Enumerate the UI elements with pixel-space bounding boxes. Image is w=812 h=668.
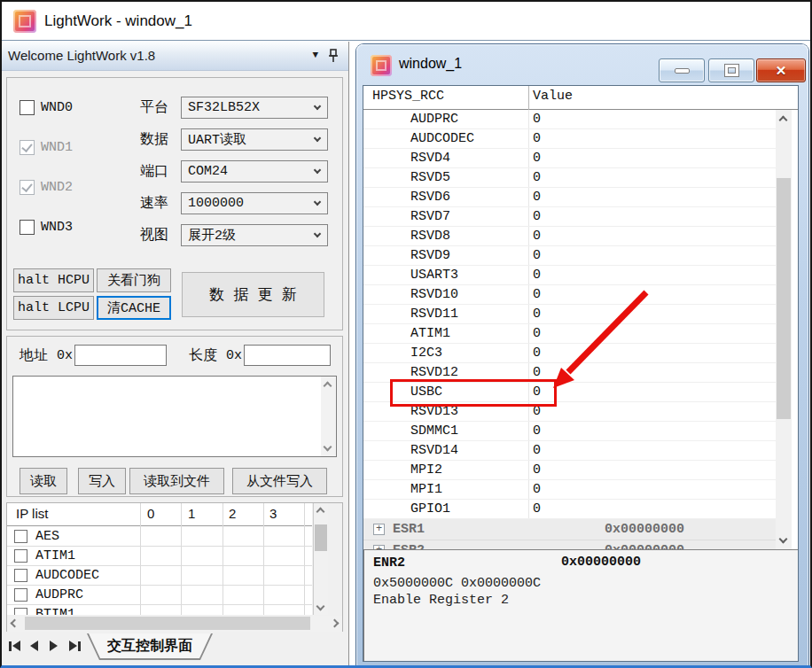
pin-icon[interactable] <box>327 48 340 64</box>
register-row[interactable]: RSVD6 0 <box>363 188 776 207</box>
register-row[interactable]: ATIM1 0 <box>363 324 776 344</box>
ip-column-header: 1 <box>181 506 222 521</box>
combo-select[interactable]: 展开2级 <box>181 224 328 246</box>
ip-vertical-scrollbar[interactable] <box>313 503 328 615</box>
ip-name: AUDCODEC <box>35 566 99 585</box>
scroll-up-icon[interactable] <box>316 508 325 517</box>
register-vertical-scrollbar[interactable] <box>776 110 792 549</box>
register-name: RSVD12 <box>410 363 458 382</box>
memory-buffer-textarea[interactable] <box>12 376 337 457</box>
ip-checkbox[interactable] <box>14 530 27 543</box>
app-chip-icon <box>13 10 36 33</box>
register-group-row[interactable]: + ESR1 0x00000000 <box>363 519 776 540</box>
window-titlebar[interactable]: window_1 ✕ <box>356 44 808 85</box>
textarea-scrollbar[interactable] <box>321 377 336 456</box>
form-label: 端口 <box>140 162 181 181</box>
ip-checkbox[interactable] <box>14 588 27 602</box>
register-value: 0 <box>533 266 541 284</box>
combo-select[interactable]: SF32LB52X <box>181 97 328 119</box>
register-row[interactable]: GPIO1 0 <box>363 500 776 519</box>
ip-list-header: IP list 0123 <box>7 503 312 526</box>
chevron-down-icon <box>314 135 321 142</box>
scroll-down-icon[interactable] <box>779 535 788 544</box>
register-value: 0 <box>533 344 541 362</box>
register-row[interactable]: SDMMC1 0 <box>363 422 776 441</box>
clear-cache-button[interactable]: 清CACHE <box>97 296 171 320</box>
wnd-checkbox[interactable] <box>20 180 35 195</box>
register-row[interactable]: USBC 0 <box>363 383 776 402</box>
scroll-down-icon[interactable] <box>324 443 332 452</box>
wnd-checkbox[interactable] <box>20 220 35 235</box>
scroll-up-icon[interactable] <box>324 382 332 391</box>
ip-list-row[interactable]: ATIM1 <box>7 547 312 566</box>
register-row[interactable]: RSVD5 0 <box>363 168 776 188</box>
scroll-left-icon[interactable] <box>11 619 20 628</box>
register-name: MPI2 <box>410 461 442 479</box>
detail-register-value: 0x00000000 <box>561 555 641 570</box>
read-button[interactable]: 读取 <box>20 468 67 494</box>
expand-icon[interactable]: + <box>373 524 385 535</box>
ip-list-row[interactable]: BTIM1 <box>7 605 312 615</box>
scroll-up-icon[interactable] <box>779 116 788 125</box>
data-update-button[interactable]: 数 据 更 新 <box>182 272 324 317</box>
register-row[interactable]: RSVD10 0 <box>363 285 776 305</box>
register-row[interactable]: MPI1 0 <box>363 480 776 500</box>
register-row[interactable]: RSVD9 0 <box>363 246 776 266</box>
combo-select[interactable]: 1000000 <box>181 192 328 214</box>
ip-column-header: 0 <box>140 506 181 521</box>
register-row[interactable]: I2C3 0 <box>363 344 776 363</box>
scroll-down-icon[interactable] <box>316 602 325 611</box>
tab-interactive-control[interactable]: 交互控制界面 <box>87 633 213 660</box>
register-row[interactable]: RSVD14 0 <box>363 441 776 461</box>
combo-select[interactable]: UART读取 <box>181 128 328 151</box>
close-button[interactable]: ✕ <box>756 58 806 82</box>
register-row[interactable]: RSVD12 0 <box>363 363 776 383</box>
register-row[interactable]: RSVD7 0 <box>363 207 776 227</box>
combo-select[interactable]: COM24 <box>181 160 328 183</box>
ip-horizontal-scrollbar[interactable] <box>7 616 342 632</box>
register-value: 0 <box>533 188 541 206</box>
ip-checkbox[interactable] <box>14 569 27 582</box>
scrollbar-thumb[interactable] <box>777 178 791 419</box>
write-button[interactable]: 写入 <box>78 468 126 494</box>
maximize-button[interactable] <box>708 58 754 82</box>
halt-lcpu-button[interactable]: halt LCPU <box>13 296 94 320</box>
wnd-checkbox[interactable] <box>20 100 35 115</box>
tab-first-button[interactable] <box>9 641 20 651</box>
ip-list-row[interactable]: AUDPRC <box>7 586 312 605</box>
app-titlebar: LightWork - window_1 <box>2 2 810 41</box>
wnd-checkbox-row: WND2 <box>20 180 144 196</box>
form-row: 平台 SF32LB52X <box>140 97 328 119</box>
tab-last-button[interactable] <box>69 641 81 651</box>
register-row[interactable]: AUDPRC 0 <box>363 110 776 129</box>
address-input[interactable] <box>74 345 167 366</box>
ip-checkbox[interactable] <box>14 608 27 615</box>
ip-list-row[interactable]: AES <box>7 527 312 547</box>
register-row[interactable]: RSVD4 0 <box>363 149 776 168</box>
write-from-file-button[interactable]: 从文件写入 <box>232 468 327 494</box>
watchdog-off-button[interactable]: 关看门狗 <box>97 268 171 292</box>
left-dock-panel: Welcome LightWork v1.8 ▼ WND0 <box>2 42 349 668</box>
wnd-checkbox[interactable] <box>20 140 35 155</box>
connection-group: WND0 WND1 WND2 WND3 <box>6 77 343 330</box>
ip-list-row[interactable]: AUDCODEC <box>7 566 312 586</box>
tab-prev-button[interactable] <box>30 641 38 651</box>
scrollbar-thumb[interactable] <box>315 524 327 551</box>
register-row[interactable]: RSVD11 0 <box>363 305 776 324</box>
register-row[interactable]: USART3 0 <box>363 266 776 285</box>
register-row[interactable]: RSVD8 0 <box>363 227 776 246</box>
scroll-right-icon[interactable] <box>331 619 340 628</box>
register-name: RSVD8 <box>410 227 450 245</box>
register-row[interactable]: AUDCODEC 0 <box>363 129 776 149</box>
chevron-down-icon[interactable]: ▼ <box>312 50 318 60</box>
minimize-button[interactable] <box>659 58 705 82</box>
register-rows: AUDPRC 0 AUDCODEC 0 RSVD4 0 RSVD5 <box>363 110 776 519</box>
register-row[interactable]: MPI2 0 <box>363 461 776 480</box>
halt-hcpu-button[interactable]: halt HCPU <box>13 268 94 292</box>
tab-next-button[interactable] <box>50 641 58 651</box>
ip-checkbox[interactable] <box>14 549 27 563</box>
length-input[interactable] <box>244 345 331 366</box>
read-to-file-button[interactable]: 读取到文件 <box>129 468 224 494</box>
scrollbar-thumb[interactable] <box>25 617 310 630</box>
register-row[interactable]: RSVD13 0 <box>363 402 776 422</box>
